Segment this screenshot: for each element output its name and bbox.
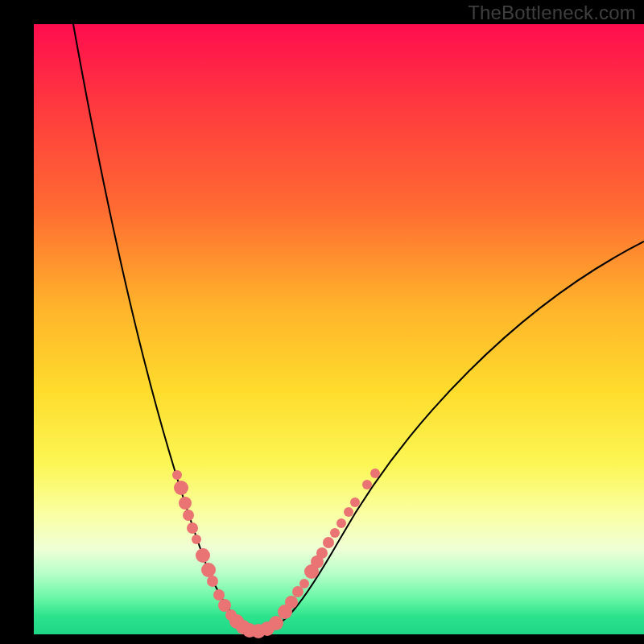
plot-area bbox=[34, 24, 644, 634]
curve-marker bbox=[196, 548, 210, 563]
curve-marker bbox=[172, 470, 182, 480]
watermark-text: TheBottleneck.com bbox=[468, 2, 636, 24]
curve-marker bbox=[350, 497, 360, 507]
curve-marker bbox=[187, 522, 198, 534]
curve-marker bbox=[336, 518, 346, 528]
curve-marker bbox=[174, 481, 188, 495]
curve-marker bbox=[183, 510, 194, 521]
curve-marker bbox=[207, 576, 218, 587]
curve-marker bbox=[179, 497, 192, 510]
curve-marker bbox=[316, 547, 328, 559]
curve-marker bbox=[330, 528, 340, 538]
curve-marker bbox=[344, 507, 353, 517]
curve-marker bbox=[192, 535, 201, 544]
curve-marker bbox=[323, 537, 334, 548]
curve-layer bbox=[34, 24, 644, 634]
curve-marker bbox=[370, 469, 380, 478]
curve-marker bbox=[299, 579, 309, 588]
chart-container: TheBottleneck.com bbox=[0, 0, 644, 644]
curve-marker bbox=[362, 480, 372, 489]
bottleneck-curve bbox=[73, 24, 644, 630]
curve-marker bbox=[285, 596, 298, 609]
